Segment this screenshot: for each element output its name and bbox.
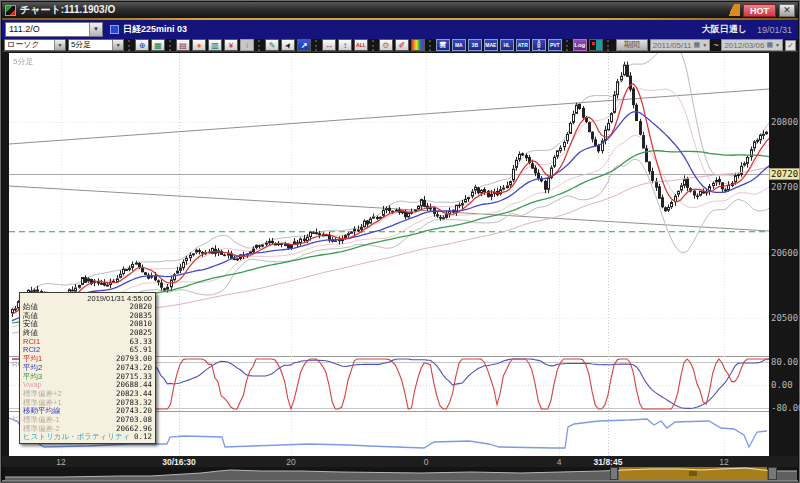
pivot-icon[interactable]: PVT <box>548 39 562 51</box>
ma-icon[interactable]: MA <box>452 39 466 51</box>
time-axis-label: 12 <box>26 457 96 467</box>
price-axis-label: 20600 <box>771 248 800 258</box>
data-tooltip: 2019/01/31 4:55:00 始値20820高値20835安値20810… <box>19 292 156 444</box>
instrument-name: 日経225mini 03 <box>123 23 187 36</box>
rci-axis-label: 0.00 <box>771 380 800 390</box>
timeframe-corner-label: 5分足 <box>13 56 33 67</box>
calendar-icon: ▦ <box>694 41 701 49</box>
instrument-icon <box>110 25 119 34</box>
atr-icon[interactable]: ATR <box>516 39 530 51</box>
timeframe-select[interactable]: 5分足 ▼ <box>68 39 124 51</box>
date-from-field[interactable]: 2011/05/11 ▦ ▼ <box>650 39 710 51</box>
three-bars-icon[interactable]: 3B <box>468 39 482 51</box>
zoom-icon[interactable]: ⊕ <box>135 39 149 51</box>
window-title: チャート:111.1903/O <box>20 3 115 17</box>
price-axis-label: 20500 <box>771 313 800 323</box>
tooltip-row: ヒストリカル・ボラティリティ0.12 <box>20 433 155 442</box>
chart-type-value: ローソク <box>5 40 54 50</box>
toolbar-separator <box>315 40 318 51</box>
palette-icon[interactable] <box>411 39 425 51</box>
session-info: 大阪日通し 19/01/31 <box>702 23 795 36</box>
marker-pen-icon[interactable]: ✐ <box>395 39 409 51</box>
date-range-tilde: ~ <box>713 40 718 50</box>
rci-axis-label: -80.00 <box>771 403 800 413</box>
symbol-combo-value: 111.2/O <box>6 23 89 36</box>
toolbar-separator <box>607 40 610 51</box>
chevron-down-icon[interactable]: ▼ <box>112 40 123 50</box>
board-icon[interactable]: ▤ <box>176 39 190 51</box>
toolbar-separator <box>372 40 375 51</box>
chart-region: 5分足 RCI ヒストリカル・ボラティリティ 1230/16:30200431/… <box>2 52 798 483</box>
show-all-icon[interactable]: ALL <box>354 39 368 51</box>
yen-icon[interactable]: ¥ <box>224 39 238 51</box>
ichimoku-icon[interactable]: 雲 <box>436 39 450 51</box>
time-axis-label: 30/16:30 <box>144 457 214 467</box>
multi-chart-icon[interactable]: ▥ <box>208 39 222 51</box>
chevron-down-icon[interactable]: ▼ <box>702 42 707 48</box>
time-axis-label: 0 <box>391 457 461 467</box>
time-axis-label: 20 <box>256 457 326 467</box>
alert-icon[interactable]: ● <box>192 39 206 51</box>
toolbar: ローソク ▼ 5分足 ▼ ⊕ ▦ ▤ ● ▥ ¥ i ✎ ➤ ↗ ↔ ↕ ALL… <box>2 39 798 52</box>
parabolic-icon[interactable]: PARA <box>532 39 546 51</box>
time-axis-label: 31/8:45 <box>573 457 643 467</box>
calendar-icon: ▦ <box>766 41 773 49</box>
period-button[interactable]: 期間 <box>616 39 648 51</box>
chevron-down-icon[interactable]: ▼ <box>89 23 102 36</box>
toolbar-separator <box>258 40 261 51</box>
high-low-icon[interactable]: HL <box>500 39 514 51</box>
app-icon <box>5 5 16 16</box>
chart-window: チャート:111.1903/O HOT ✕ 111.2/O ▼ 日経225min… <box>0 0 800 483</box>
close-icon[interactable]: ✕ <box>779 4 795 17</box>
toolbar-separator <box>169 40 172 51</box>
date-to-field[interactable]: 2012/03/06 ▦ ▼ <box>721 39 783 51</box>
info-icon[interactable]: i <box>240 39 254 51</box>
hot-stripe-decoration <box>724 4 740 16</box>
titlebar-controls: HOT ✕ <box>724 4 795 17</box>
symbol-bar: 111.2/O ▼ 日経225mini 03 大阪日通し 19/01/31 <box>2 20 798 39</box>
price-axis-label: 20700 <box>771 182 800 192</box>
pattern-icon[interactable] <box>589 39 603 51</box>
date-to-value: 2012/03/06 <box>724 41 764 50</box>
settings-gear-icon[interactable]: ⚙ <box>379 39 393 51</box>
symbol-combo[interactable]: 111.2/O ▼ <box>5 22 103 37</box>
toolbar-separator <box>429 40 432 51</box>
grid-settings-icon[interactable]: ▦ <box>151 39 165 51</box>
mae-icon[interactable]: MAE <box>484 39 498 51</box>
hot-button[interactable]: HOT <box>743 4 776 17</box>
toolbar-separator <box>566 40 569 51</box>
toolbar-separator <box>128 40 131 51</box>
chevron-down-icon[interactable]: ▼ <box>54 40 65 50</box>
jump-icon[interactable]: ↗ <box>297 39 311 51</box>
current-price-badge: 20720 <box>769 168 800 180</box>
tooltip-rows: 始値20820高値20835安値20810終値20825RCI163.33RCI… <box>20 303 155 442</box>
time-axis: 1230/16:30200431/8:4512 <box>2 456 798 467</box>
chevron-down-icon[interactable]: ▼ <box>775 42 780 48</box>
fit-horizontal-icon[interactable]: ↔ <box>322 39 336 51</box>
chart-type-select[interactable]: ローソク ▼ <box>4 39 66 51</box>
log-scale-icon[interactable]: Log <box>573 39 587 51</box>
cursor-glyph: ➤ <box>282 40 293 51</box>
instrument-label-group: 日経225mini 03 <box>110 23 187 36</box>
period-checkbox[interactable]: ✓ <box>785 40 796 51</box>
draw-pencil-icon[interactable]: ✎ <box>265 39 279 51</box>
price-axis-label: 20800 <box>771 117 800 127</box>
navigator-range-selector[interactable] <box>5 467 797 480</box>
date-from-value: 2011/05/11 <box>653 41 692 50</box>
session-date: 19/01/31 <box>757 25 792 35</box>
rci-axis-label: 80.00 <box>771 357 800 367</box>
time-axis-label: 12 <box>689 457 759 467</box>
title-bar[interactable]: チャート:111.1903/O HOT ✕ <box>2 2 798 18</box>
fit-vertical-icon[interactable]: ↕ <box>338 39 352 51</box>
cursor-icon[interactable]: ➤ <box>281 39 295 51</box>
session-label: 大阪日通し <box>702 23 747 36</box>
timeframe-value: 5分足 <box>69 40 112 50</box>
